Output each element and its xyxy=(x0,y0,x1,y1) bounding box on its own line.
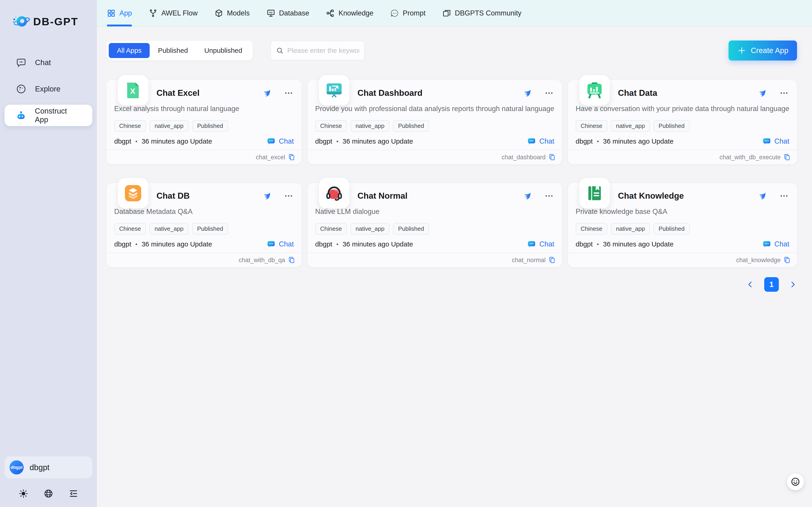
chat-link[interactable]: Chat xyxy=(527,240,554,249)
plus-icon xyxy=(737,46,746,55)
tag-published: Published xyxy=(653,120,689,132)
meta-separator: • xyxy=(135,138,137,145)
search-input[interactable] xyxy=(287,47,359,54)
chat-link[interactable]: Chat xyxy=(762,240,789,249)
copy-icon[interactable] xyxy=(783,257,791,264)
toolbar: All AppsPublishedUnpublished Create App xyxy=(107,41,797,61)
tab-knowledge[interactable]: Knowledge xyxy=(326,0,373,26)
feedback-fab-button[interactable] xyxy=(787,473,804,490)
card-footer: chat_with_db_qa xyxy=(107,252,302,267)
dingtalk-icon[interactable] xyxy=(522,191,532,201)
more-menu-icon[interactable] xyxy=(544,191,554,201)
user-menu[interactable]: dbgpt dbgpt xyxy=(5,456,92,478)
content: All AppsPublishedUnpublished Create App … xyxy=(97,27,812,507)
app-title: Chat Excel xyxy=(157,88,199,98)
owner-name: dbgpt xyxy=(315,240,332,248)
app-card-chat-normal[interactable]: Chat NormalNative LLM dialogueChinesenat… xyxy=(308,183,562,267)
dingtalk-icon[interactable] xyxy=(262,88,271,98)
card-meta: dbgpt•36 minutes ago UpdateChat xyxy=(114,137,294,146)
create-app-button[interactable]: Create App xyxy=(729,41,797,61)
search-icon xyxy=(276,47,284,54)
more-menu-icon[interactable] xyxy=(544,88,554,98)
tab-app[interactable]: App xyxy=(107,0,132,26)
dingtalk-icon[interactable] xyxy=(522,88,532,98)
avatar: dbgpt xyxy=(10,460,24,474)
tab-database[interactable]: SQLDatabase xyxy=(266,0,309,26)
dingtalk-icon[interactable] xyxy=(757,88,766,98)
app-description: Private knowledge base Q&A xyxy=(576,208,789,216)
sidebar-footer-icons xyxy=(5,478,92,501)
scene-name: chat_with_db_execute xyxy=(720,154,780,161)
tag-list: Chinesenative_appPublished xyxy=(315,120,554,132)
prompt-bubble-icon xyxy=(390,9,399,17)
scene-name: chat_normal xyxy=(512,257,546,264)
tab-models[interactable]: Models xyxy=(214,0,250,26)
tag-chinese: Chinese xyxy=(576,120,607,132)
app-icon-tile xyxy=(319,178,350,209)
copy-icon[interactable] xyxy=(548,257,556,264)
chat-bubble-icon xyxy=(16,57,26,68)
app-card-chat-db[interactable]: Chat DBDatabase Metadata Q&AChinesenativ… xyxy=(107,183,302,267)
card-footer: chat_dashboard xyxy=(308,150,562,164)
filter-group: All AppsPublishedUnpublished xyxy=(107,41,253,60)
chat-link-label: Chat xyxy=(279,240,294,248)
dingtalk-icon[interactable] xyxy=(262,191,271,201)
theme-sun-icon[interactable] xyxy=(19,489,28,498)
card-meta: dbgpt•36 minutes ago UpdateChat xyxy=(576,240,789,249)
top-navigation: AppAWEL FlowModelsSQLDatabaseKnowledgePr… xyxy=(97,0,812,27)
sidebar: DB-GPT ChatExploreConstruct App dbgpt db… xyxy=(0,0,97,507)
filter-published[interactable]: Published xyxy=(150,43,196,58)
card-actions xyxy=(757,88,789,98)
owner-name: dbgpt xyxy=(576,137,593,145)
tab-prompt[interactable]: Prompt xyxy=(390,0,426,26)
more-menu-icon[interactable] xyxy=(284,88,294,98)
tab-dbgpts-community[interactable]: DBGPTS Community xyxy=(442,0,521,26)
updated-text: 36 minutes ago Update xyxy=(141,137,212,145)
chat-link[interactable]: Chat xyxy=(527,137,554,146)
pagination: 1 xyxy=(107,277,797,292)
pagination-prev-button[interactable] xyxy=(746,280,754,289)
sidebar-item-chat[interactable]: Chat xyxy=(5,52,92,73)
knowledge-graph-icon xyxy=(326,9,334,17)
chat-link[interactable]: Chat xyxy=(266,137,294,146)
database-monitor-icon: SQL xyxy=(266,9,275,17)
card-meta: dbgpt•36 minutes ago UpdateChat xyxy=(114,240,294,249)
more-menu-icon[interactable] xyxy=(284,191,294,201)
copy-icon[interactable] xyxy=(783,154,791,161)
sidebar-item-construct-app[interactable]: Construct App xyxy=(5,105,92,126)
pagination-next-button[interactable] xyxy=(789,280,797,289)
copy-icon[interactable] xyxy=(288,154,295,161)
chat-link[interactable]: Chat xyxy=(266,240,294,249)
app-card-chat-excel[interactable]: XChat ExcelExcel analysis through natura… xyxy=(107,80,302,164)
user-name: dbgpt xyxy=(29,463,50,472)
app-card-chat-dashboard[interactable]: Chat DashboardProvide you with professio… xyxy=(308,80,562,164)
meta-separator: • xyxy=(336,138,338,145)
app-title: Chat Normal xyxy=(358,191,408,201)
scene-name: chat_knowledge xyxy=(736,257,780,264)
language-globe-icon[interactable] xyxy=(44,489,53,498)
filter-all-apps[interactable]: All Apps xyxy=(109,43,150,58)
tag-published: Published xyxy=(192,120,228,132)
app-card-chat-data[interactable]: Chat DataHave a conversation with your p… xyxy=(568,80,797,164)
chat-link[interactable]: Chat xyxy=(762,137,789,146)
meta-separator: • xyxy=(336,241,338,248)
brand-name: DB-GPT xyxy=(33,15,78,28)
dingtalk-icon[interactable] xyxy=(757,191,766,201)
smiley-icon xyxy=(791,477,800,487)
sidebar-item-label: Construct App xyxy=(35,107,81,124)
updated-text: 36 minutes ago Update xyxy=(342,137,413,145)
more-menu-icon[interactable] xyxy=(779,191,789,201)
app-card-chat-knowledge[interactable]: Chat KnowledgePrivate knowledge base Q&A… xyxy=(568,183,797,267)
sidebar-item-explore[interactable]: Explore xyxy=(5,78,92,100)
tab-awel-flow[interactable]: AWEL Flow xyxy=(149,0,198,26)
tag-native-app: native_app xyxy=(351,223,389,235)
pagination-page-1[interactable]: 1 xyxy=(764,277,779,292)
create-app-label: Create App xyxy=(751,46,788,55)
chat-link-label: Chat xyxy=(539,137,554,146)
copy-icon[interactable] xyxy=(548,154,556,161)
chat-link-label: Chat xyxy=(774,137,789,146)
collapse-sidebar-icon[interactable] xyxy=(69,489,78,498)
filter-unpublished[interactable]: Unpublished xyxy=(196,43,250,58)
copy-icon[interactable] xyxy=(288,257,295,264)
more-menu-icon[interactable] xyxy=(779,88,789,98)
